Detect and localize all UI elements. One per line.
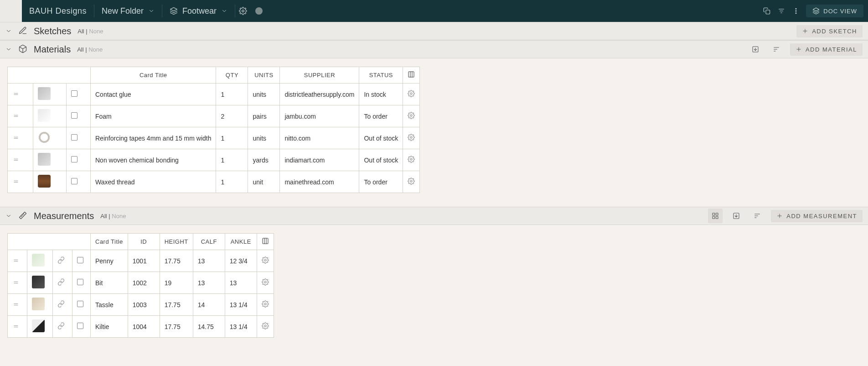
col-card-title[interactable]: Card Title — [91, 67, 216, 84]
row-checkbox[interactable] — [77, 257, 83, 263]
cell-id[interactable]: 1002 — [128, 272, 160, 294]
cell-ankle[interactable]: 13 — [225, 272, 257, 294]
table-row[interactable]: Foam2pairsjambu.comTo order — [8, 105, 420, 127]
col-card-title[interactable]: Card Title — [91, 234, 128, 250]
table-row[interactable]: Reinforcing tapes 4mm and 15 mm width1un… — [8, 127, 420, 149]
row-settings[interactable] — [262, 324, 269, 331]
drag-handle-icon[interactable] — [12, 279, 20, 287]
col-units[interactable]: UNITS — [248, 67, 280, 84]
cell-title[interactable]: Non woven chemical bonding — [91, 149, 216, 171]
cell-units[interactable]: units — [248, 127, 280, 149]
drag-handle-icon[interactable] — [12, 91, 20, 98]
cell-status[interactable]: Out of stock — [359, 149, 403, 171]
thumbnail[interactable] — [32, 319, 45, 332]
cell-title[interactable]: Waxed thread — [91, 171, 216, 193]
row-settings[interactable] — [408, 179, 415, 186]
cell-title[interactable]: Reinforcing tapes 4mm and 15 mm width — [91, 127, 216, 149]
cell-qty[interactable]: 1 — [216, 127, 248, 149]
copy-button[interactable] — [760, 4, 774, 18]
cell-calf[interactable]: 14.75 — [193, 316, 225, 338]
col-id[interactable]: ID — [128, 234, 160, 250]
cell-qty[interactable]: 1 — [216, 171, 248, 193]
row-checkbox[interactable] — [77, 301, 83, 307]
cell-qty[interactable]: 1 — [216, 149, 248, 171]
cell-ankle[interactable]: 12 3/4 — [225, 250, 257, 272]
table-row[interactable]: Contact glue1unitsdistrictleathersupply.… — [8, 84, 420, 105]
row-checkbox[interactable] — [71, 178, 78, 184]
row-settings[interactable] — [408, 157, 415, 164]
cell-title[interactable]: Kiltie — [91, 316, 128, 338]
chevron-down-icon[interactable] — [5, 213, 12, 219]
grid-view-button[interactable] — [708, 209, 723, 223]
cell-status[interactable]: Out of stock — [359, 127, 403, 149]
drag-handle-icon[interactable] — [12, 323, 20, 330]
folder-dropdown[interactable]: New Folder — [94, 6, 162, 16]
cell-title[interactable]: Contact glue — [91, 84, 216, 105]
cell-height[interactable]: 17.75 — [160, 294, 193, 316]
chevron-down-icon[interactable] — [5, 46, 12, 52]
cell-height[interactable]: 17.75 — [160, 250, 193, 272]
table-row[interactable]: Non woven chemical bonding1yardsindiamar… — [8, 149, 420, 171]
filter-links[interactable]: All | None — [77, 46, 103, 53]
cell-ankle[interactable]: 13 1/4 — [225, 294, 257, 316]
cell-supplier[interactable]: districtleathersupply.com — [280, 84, 359, 105]
cell-supplier[interactable]: jambu.com — [280, 105, 359, 127]
row-settings[interactable] — [408, 135, 415, 142]
row-checkbox[interactable] — [71, 112, 78, 119]
doc-view-button[interactable]: DOC VIEW — [806, 5, 863, 17]
cell-ankle[interactable]: 13 1/4 — [225, 316, 257, 338]
thumbnail[interactable] — [38, 131, 51, 144]
import-button[interactable] — [729, 209, 744, 223]
row-settings[interactable] — [262, 302, 269, 309]
cell-calf[interactable]: 13 — [193, 250, 225, 272]
table-row[interactable]: Waxed thread1unitmainethread.comTo order — [8, 171, 420, 193]
cell-title[interactable]: Foam — [91, 105, 216, 127]
cell-units[interactable]: unit — [248, 171, 280, 193]
drag-handle-icon[interactable] — [12, 157, 20, 164]
row-checkbox[interactable] — [77, 279, 83, 285]
filter-button[interactable] — [774, 4, 789, 18]
cell-id[interactable]: 1001 — [128, 250, 160, 272]
table-row[interactable]: Bit1002191313 — [8, 272, 274, 294]
link-icon[interactable] — [57, 324, 65, 331]
table-row[interactable]: Kiltie100417.7514.7513 1/4 — [8, 316, 274, 338]
row-checkbox[interactable] — [71, 156, 78, 162]
drag-handle-icon[interactable] — [12, 135, 20, 142]
sort-button[interactable] — [769, 42, 784, 57]
cell-supplier[interactable]: mainethread.com — [280, 171, 359, 193]
chevron-down-icon[interactable] — [5, 28, 12, 34]
table-row[interactable]: Penny100117.751312 3/4 — [8, 250, 274, 272]
row-settings[interactable] — [408, 113, 415, 120]
thumbnail[interactable] — [32, 298, 45, 310]
cell-height[interactable]: 19 — [160, 272, 193, 294]
col-height[interactable]: HEIGHT — [160, 234, 193, 250]
cell-calf[interactable]: 13 — [193, 272, 225, 294]
row-settings[interactable] — [408, 91, 415, 99]
add-sketch-button[interactable]: ADD SKETCH — [796, 25, 863, 37]
cell-title[interactable]: Bit — [91, 272, 128, 294]
table-row[interactable]: Tassle100317.751413 1/4 — [8, 294, 274, 316]
cell-title[interactable]: Penny — [91, 250, 128, 272]
cell-title[interactable]: Tassle — [91, 294, 128, 316]
link-icon[interactable] — [57, 302, 65, 309]
cell-status[interactable]: To order — [359, 171, 403, 193]
filter-links[interactable]: All | None — [78, 28, 103, 35]
drag-handle-icon[interactable] — [12, 301, 20, 308]
filter-links[interactable]: All | None — [100, 213, 126, 220]
drag-handle-icon[interactable] — [12, 257, 20, 265]
row-settings[interactable] — [262, 280, 269, 287]
cell-height[interactable]: 17.75 — [160, 316, 193, 338]
col-supplier[interactable]: SUPPLIER — [280, 67, 359, 84]
columns-config[interactable] — [257, 234, 274, 250]
thumbnail[interactable] — [32, 254, 45, 267]
link-icon[interactable] — [57, 280, 65, 287]
settings-button[interactable] — [235, 3, 251, 19]
columns-config[interactable] — [403, 67, 420, 84]
thumbnail[interactable] — [38, 109, 51, 122]
cell-status[interactable]: In stock — [359, 84, 403, 105]
cell-qty[interactable]: 2 — [216, 105, 248, 127]
col-calf[interactable]: CALF — [193, 234, 225, 250]
thumbnail[interactable] — [32, 276, 45, 288]
thumbnail[interactable] — [38, 175, 51, 188]
cell-units[interactable]: units — [248, 84, 280, 105]
